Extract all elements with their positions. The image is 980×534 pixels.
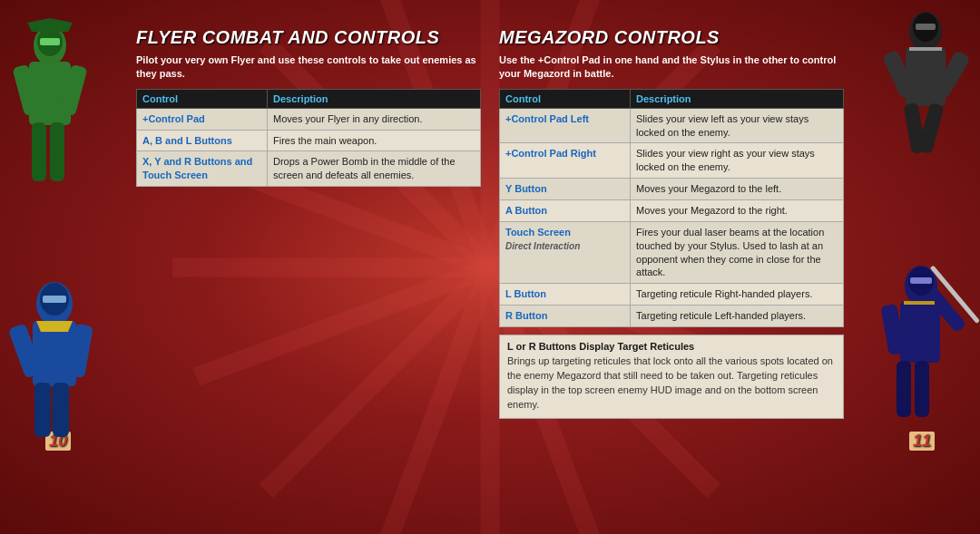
flyer-controls-table: Control Description +Control Pad Moves y…	[136, 89, 481, 187]
svg-rect-23	[40, 38, 60, 45]
megazord-control-4: A Button	[500, 200, 631, 222]
flyer-col2-header: Description	[268, 89, 481, 108]
megazord-control-7: R Button	[500, 306, 631, 327]
table-row: X, Y and R Buttons and Touch Screen Drop…	[137, 151, 481, 187]
svg-marker-24	[27, 18, 73, 32]
svg-rect-52	[904, 301, 935, 305]
flyer-control-1: +Control Pad	[137, 108, 268, 130]
svg-rect-35	[906, 47, 946, 106]
svg-rect-42	[909, 47, 942, 51]
touch-screen-sublabel: Direct Interaction	[505, 241, 580, 251]
flyer-title: Flyer Combat and Controls	[136, 27, 481, 48]
target-reticules-section: L or R Buttons Display Target Reticules …	[499, 335, 844, 419]
table-row: Touch Screen Direct Interaction Fires yo…	[500, 221, 844, 283]
svg-rect-44	[900, 301, 940, 363]
megazord-control-1: +Control Pad Left	[500, 108, 631, 143]
megazord-desc-3: Moves your Megazord to the left.	[631, 179, 844, 200]
svg-rect-41	[916, 24, 936, 30]
megazord-col1-header: Control	[500, 89, 631, 108]
table-row: +Control Pad Left Slides your view left …	[500, 108, 844, 143]
svg-marker-33	[36, 321, 73, 332]
svg-rect-48	[897, 361, 911, 417]
character-ranger-sword	[862, 254, 980, 435]
megazord-control-2: +Control Pad Right	[500, 143, 631, 179]
flyer-col1-header: Control	[137, 89, 268, 108]
flyer-desc-1: Moves your Flyer in any direction.	[268, 108, 481, 130]
table-row: L Button Targeting reticule Right-handed…	[500, 284, 844, 306]
megazord-control-5: Touch Screen Direct Interaction	[500, 221, 631, 283]
flyer-desc-2: Fires the main weapon.	[268, 130, 481, 151]
flyer-control-3: X, Y and R Buttons and Touch Screen	[137, 151, 268, 187]
megazord-subtitle: Use the +Control Pad in one hand and the…	[499, 53, 844, 82]
megazord-desc-5: Fires your dual laser beams at the locat…	[631, 221, 844, 283]
svg-rect-30	[53, 383, 69, 437]
main-content: Flyer Combat and Controls Pilot your ver…	[0, 0, 980, 428]
svg-rect-32	[43, 296, 66, 303]
megazord-controls-table: Control Description +Control Pad Left Sl…	[499, 89, 844, 327]
table-row: +Control Pad Moves your Flyer in any dir…	[137, 108, 481, 130]
megazord-desc-4: Moves your Megazord to the right.	[631, 200, 844, 222]
flyer-panel: Flyer Combat and Controls Pilot your ver…	[136, 27, 481, 419]
character-blue-ranger-bottom	[0, 272, 118, 453]
page-numbers: 10 11	[0, 428, 980, 458]
megazord-desc-1: Slides your view left as your view stays…	[631, 108, 844, 143]
megazord-desc-6: Targeting reticule Right-handed players.	[631, 284, 844, 306]
megazord-col2-header: Description	[631, 89, 844, 108]
target-reticules-body: Brings up targeting reticules that lock …	[507, 354, 836, 413]
character-green-ranger-top	[0, 18, 100, 199]
megazord-control-6: L Button	[500, 284, 631, 306]
target-reticules-title: L or R Buttons Display Target Reticules	[507, 341, 836, 352]
svg-rect-29	[34, 383, 51, 437]
megazord-desc-7: Targeting reticule Left-handed players.	[631, 306, 844, 327]
table-row: R Button Targeting reticule Left-handed …	[500, 306, 844, 327]
table-row: A, B and L Buttons Fires the main weapon…	[137, 130, 481, 151]
flyer-control-2: A, B and L Buttons	[137, 130, 268, 151]
character-black-ranger-top	[871, 0, 980, 163]
megazord-control-3: Y Button	[500, 179, 631, 200]
flyer-subtitle: Pilot your very own Flyer and use these …	[136, 53, 481, 82]
touch-screen-label: Touch Screen	[505, 227, 571, 238]
svg-rect-20	[32, 122, 46, 181]
flyer-desc-3: Drops a Power Bomb in the middle of the …	[268, 151, 481, 187]
megazord-panel: Megazord Controls Use the +Control Pad i…	[499, 27, 844, 419]
table-row: +Control Pad Right Slides your view righ…	[500, 143, 844, 179]
megazord-title: Megazord Controls	[499, 27, 844, 48]
svg-rect-21	[50, 122, 64, 181]
table-row: Y Button Moves your Megazord to the left…	[500, 179, 844, 200]
svg-rect-49	[915, 361, 929, 417]
svg-rect-51	[910, 277, 932, 284]
megazord-desc-2: Slides your view right as your view stay…	[631, 143, 844, 179]
table-row: A Button Moves your Megazord to the righ…	[500, 200, 844, 222]
